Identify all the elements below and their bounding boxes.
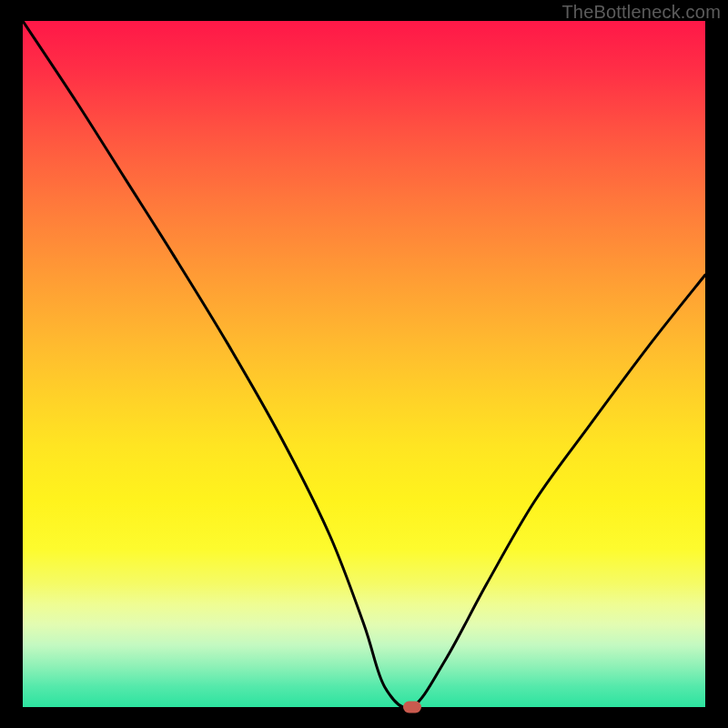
watermark-text: TheBottleneck.com <box>561 2 721 23</box>
optimum-marker <box>403 702 421 713</box>
chart-area <box>23 21 705 707</box>
bottleneck-curve-path <box>23 21 705 707</box>
curve-svg <box>23 21 705 707</box>
